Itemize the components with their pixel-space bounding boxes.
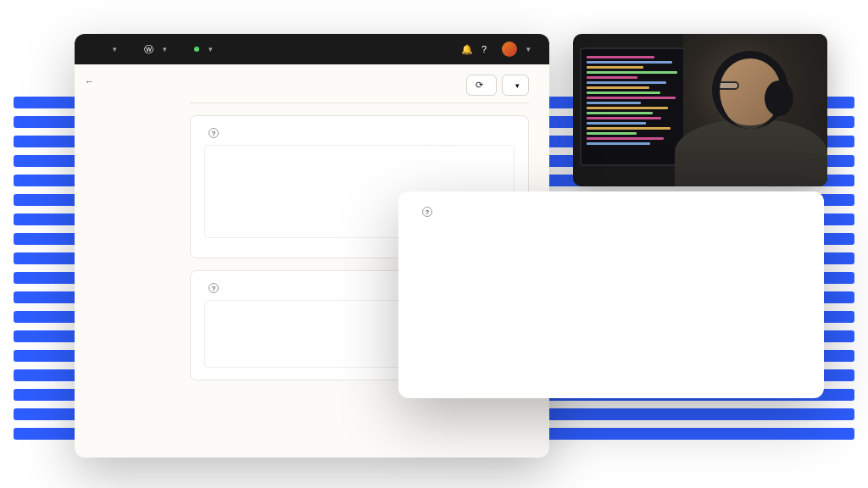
overall-transaction-card: ?	[398, 191, 824, 398]
reload-icon: ⟳	[476, 80, 483, 91]
wordpress-icon: ⓦ	[144, 43, 153, 56]
chevron-down-icon: ▾	[163, 45, 167, 53]
environment-switcher[interactable]: ▾	[187, 42, 220, 57]
arrow-left-icon: ←	[85, 76, 94, 86]
transaction-chart	[417, 227, 765, 354]
chevron-down-icon: ▾	[515, 81, 520, 90]
site-switcher[interactable]: ⓦ▾	[137, 40, 174, 59]
back-button[interactable]: ←	[80, 73, 164, 90]
chevron-down-icon: ▾	[113, 45, 117, 53]
avatar	[502, 42, 517, 57]
reload-button[interactable]: ⟳	[466, 75, 497, 96]
help-icon[interactable]: ?	[481, 44, 487, 54]
help-icon[interactable]: ?	[422, 207, 432, 217]
live-dot-icon	[194, 47, 199, 52]
user-menu[interactable]: ▾	[495, 38, 537, 60]
topbar: ▾ ⓦ▾ ▾ 🔔 ? ▾	[75, 34, 549, 64]
table-header	[417, 373, 805, 383]
developer-photo	[573, 34, 827, 186]
sidebar: ←	[75, 64, 170, 458]
notifications-icon[interactable]: 🔔	[461, 44, 473, 55]
chevron-down-icon: ▾	[526, 45, 531, 53]
tabs	[190, 103, 529, 103]
period-selector[interactable]: ▾	[502, 75, 529, 96]
help-icon[interactable]: ?	[209, 283, 219, 293]
chevron-down-icon: ▾	[209, 45, 213, 53]
help-icon[interactable]: ?	[209, 128, 219, 138]
team-switcher[interactable]: ▾	[100, 42, 124, 57]
